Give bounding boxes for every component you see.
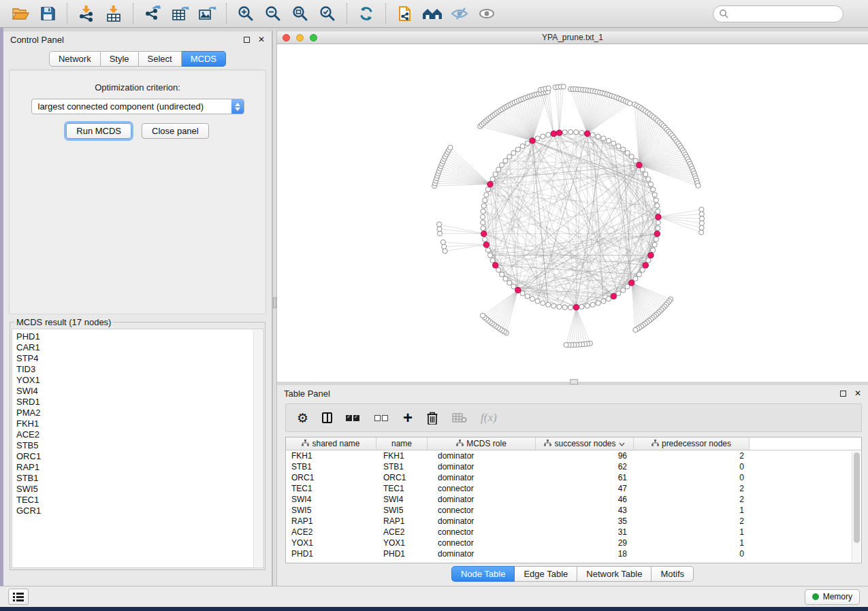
tab-style[interactable]: Style [101, 51, 139, 67]
table-cell[interactable]: SWI4 [376, 494, 428, 505]
table-cell[interactable]: 35 [536, 516, 634, 527]
table-cell[interactable]: ORC1 [286, 472, 376, 483]
close-panel-button[interactable]: Close panel [142, 123, 209, 139]
mcds-result-item[interactable]: ORC1 [16, 451, 263, 462]
import-network-button[interactable] [73, 2, 100, 25]
search-input[interactable] [729, 9, 843, 18]
table-cell[interactable]: 2 [634, 483, 750, 494]
table-cell[interactable]: TEC1 [376, 483, 428, 494]
search-box[interactable] [713, 5, 843, 22]
table-cell[interactable]: SWI4 [286, 494, 376, 505]
table-cell[interactable]: 2 [634, 516, 750, 527]
zoom-selected-button[interactable] [314, 2, 341, 25]
table-cell[interactable]: RAP1 [376, 516, 428, 527]
mcds-result-item[interactable]: PMA2 [16, 408, 263, 418]
mcds-result-item[interactable]: YOX1 [16, 375, 263, 386]
hide-selected-button[interactable] [446, 2, 473, 25]
table-cell[interactable]: connector [428, 538, 536, 548]
table-cell[interactable]: dominator [428, 461, 536, 472]
column-header-predecessor-nodes[interactable]: predecessor nodes [634, 437, 750, 450]
tab-node-table[interactable]: Node Table [451, 566, 515, 582]
table-cell[interactable]: 43 [536, 505, 634, 516]
table-cell[interactable]: 62 [536, 461, 634, 472]
table-cell[interactable]: 1 [634, 538, 750, 548]
table-cell[interactable]: SWI5 [286, 505, 376, 516]
tab-network[interactable]: Network [49, 51, 101, 67]
table-cell[interactable]: STB1 [286, 461, 376, 472]
column-header-successor-nodes[interactable]: successor nodes [536, 437, 634, 450]
tab-motifs[interactable]: Motifs [652, 566, 694, 582]
table-row[interactable]: TEC1TEC1connector472 [286, 483, 861, 494]
table-cell[interactable]: connector [428, 505, 536, 516]
column-header-MCDS-role[interactable]: MCDS role [428, 437, 536, 450]
column-header-shared-name[interactable]: shared name [286, 437, 376, 450]
table-cell[interactable]: dominator [428, 494, 536, 505]
split-panel-button[interactable] [322, 409, 332, 427]
table-row[interactable]: SWI4SWI4dominator462 [286, 494, 861, 505]
table-cell[interactable]: 0 [634, 461, 750, 472]
table-cell[interactable]: FKH1 [286, 450, 376, 461]
tab-mcds[interactable]: MCDS [182, 51, 226, 67]
table-cell[interactable]: dominator [428, 516, 536, 527]
table-cell[interactable]: 18 [536, 548, 634, 559]
table-scrollbar[interactable] [852, 451, 861, 562]
mcds-result-list[interactable]: PHD1CAR1STP4TID3YOX1SWI4SRD1PMA2FKH1ACE2… [12, 329, 263, 568]
delete-column-button[interactable] [426, 409, 438, 427]
table-cell[interactable]: ORC1 [376, 472, 428, 483]
function-builder-button[interactable]: f(x) [481, 409, 497, 427]
table-cell[interactable]: STB1 [376, 461, 428, 472]
refresh-button[interactable] [353, 2, 380, 25]
table-cell[interactable]: 2 [634, 494, 750, 505]
open-file-button[interactable] [7, 2, 34, 25]
deselect-all-button[interactable] [374, 409, 389, 427]
zoom-fit-button[interactable] [287, 2, 314, 25]
mcds-result-item[interactable]: STB1 [16, 473, 263, 484]
table-cell[interactable]: TEC1 [286, 483, 376, 494]
table-cell[interactable]: 61 [536, 472, 634, 483]
table-cell[interactable]: 2 [634, 450, 750, 461]
network-canvas[interactable] [277, 44, 868, 382]
zoom-out-button[interactable] [259, 2, 287, 25]
float-panel-icon[interactable] [840, 391, 846, 397]
network-titlebar[interactable]: YPA_prune.txt_1 [277, 31, 868, 44]
table-cell[interactable]: 29 [536, 538, 634, 548]
optimization-criterion-select[interactable]: largest connected component (undirected) [31, 99, 244, 114]
table-cell[interactable]: 31 [536, 527, 634, 538]
table-cell[interactable]: 0 [634, 472, 750, 483]
table-row[interactable]: RAP1RAP1dominator352 [286, 516, 861, 527]
clone-network-button[interactable] [391, 2, 419, 25]
table-row[interactable]: FKH1FKH1dominator962 [286, 450, 861, 461]
vertical-splitter[interactable] [272, 31, 277, 587]
table-cell[interactable]: PHD1 [286, 548, 376, 559]
window-close-icon[interactable] [283, 34, 290, 42]
close-panel-icon[interactable]: ✕ [258, 35, 265, 44]
table-cell[interactable]: 0 [634, 548, 750, 559]
table-cell[interactable]: ACE2 [376, 527, 428, 538]
mcds-result-item[interactable]: STB5 [16, 440, 263, 451]
table-row[interactable]: PHD1PHD1dominator180 [286, 548, 861, 559]
export-network-button[interactable] [139, 2, 166, 25]
column-header-name[interactable]: name [376, 437, 428, 450]
table-cell[interactable]: YOX1 [286, 538, 376, 548]
table-cell[interactable]: SWI5 [376, 505, 428, 516]
export-table-button[interactable] [166, 2, 193, 25]
nested-networks-button[interactable] [419, 2, 446, 25]
table-cell[interactable]: 96 [536, 450, 634, 461]
mcds-result-item[interactable]: PHD1 [16, 331, 263, 342]
add-column-button[interactable]: + [403, 409, 413, 427]
scrollbar-thumb[interactable] [854, 452, 860, 543]
mcds-result-item[interactable]: CAR1 [16, 342, 263, 353]
table-settings-button[interactable]: ⚙ [297, 409, 308, 427]
memory-button[interactable]: Memory [805, 589, 860, 605]
mcds-result-item[interactable]: TEC1 [16, 495, 263, 506]
table-cell[interactable]: YOX1 [376, 538, 428, 548]
mcds-result-item[interactable]: TID3 [16, 364, 263, 375]
splitter-grip[interactable] [570, 379, 578, 384]
table-cell[interactable]: 46 [536, 494, 634, 505]
show-all-button[interactable] [473, 2, 500, 25]
delete-table-button[interactable] [452, 409, 467, 427]
table-cell[interactable]: connector [428, 527, 536, 538]
mcds-result-item[interactable]: SWI5 [16, 484, 263, 495]
table-cell[interactable]: dominator [428, 472, 536, 483]
table-row[interactable]: ACE2ACE2connector311 [286, 527, 861, 538]
